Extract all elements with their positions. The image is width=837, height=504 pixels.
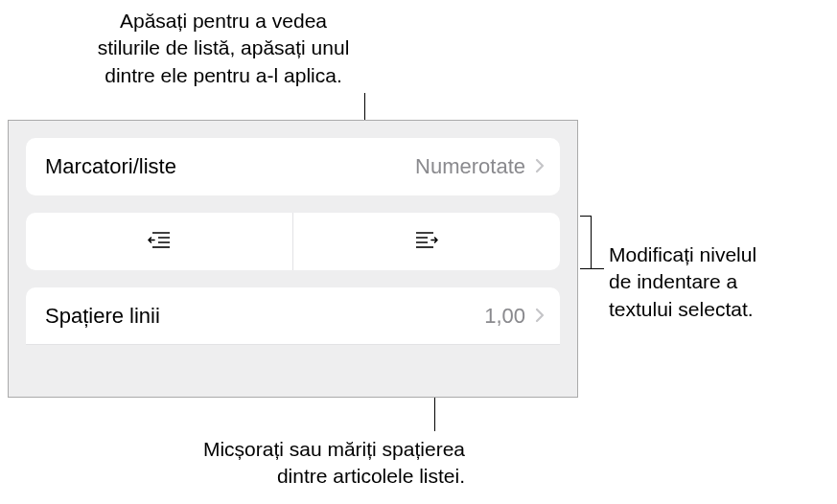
- line-spacing-label: Spațiere linii: [45, 304, 484, 329]
- callout-text: dintre ele pentru a-l aplica.: [46, 62, 401, 89]
- chevron-right-icon: [535, 304, 545, 329]
- callout-leader: [592, 268, 604, 269]
- callout-text: dintre articolele listei.: [120, 463, 465, 490]
- callout-text: stilurile de listă, apăsați unul: [46, 34, 401, 61]
- increase-indent-icon: [412, 229, 441, 255]
- callout-text: Modificați nivelul: [609, 241, 829, 268]
- bullets-lists-label: Marcatori/liste: [45, 154, 415, 179]
- callout-text: de indentare a: [609, 268, 829, 295]
- line-spacing-row[interactable]: Spațiere linii 1,00: [26, 287, 560, 345]
- callout-text: Micșorați sau măriți spațierea: [120, 436, 465, 463]
- callout-indent-level: Modificați nivelul de indentare a textul…: [609, 241, 829, 323]
- callout-line-spacing: Micșorați sau măriți spațierea dintre ar…: [120, 436, 465, 491]
- callout-text: textului selectat.: [609, 296, 829, 323]
- chevron-right-icon: [535, 154, 545, 179]
- callout-list-styles: Apăsați pentru a vedea stilurile de list…: [46, 8, 401, 89]
- callout-bracket: [580, 216, 592, 269]
- decrease-indent-button[interactable]: [26, 213, 292, 270]
- callout-text: Apăsați pentru a vedea: [46, 8, 401, 34]
- bullets-lists-value: Numerotate: [415, 154, 525, 179]
- line-spacing-value: 1,00: [484, 304, 525, 329]
- indent-button-row: [26, 213, 560, 270]
- decrease-indent-icon: [145, 229, 174, 255]
- format-panel: Marcatori/liste Numerotate: [8, 120, 578, 398]
- bullets-lists-row[interactable]: Marcatori/liste Numerotate: [26, 138, 560, 195]
- increase-indent-button[interactable]: [292, 213, 560, 270]
